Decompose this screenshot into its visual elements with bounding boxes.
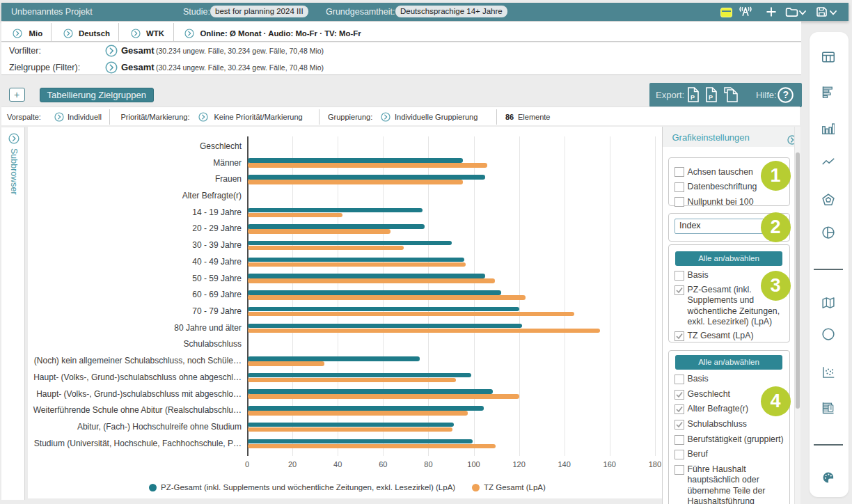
svg-text:?: ? <box>783 89 789 100</box>
svg-text:P: P <box>691 94 695 101</box>
svg-text:P: P <box>709 94 713 101</box>
